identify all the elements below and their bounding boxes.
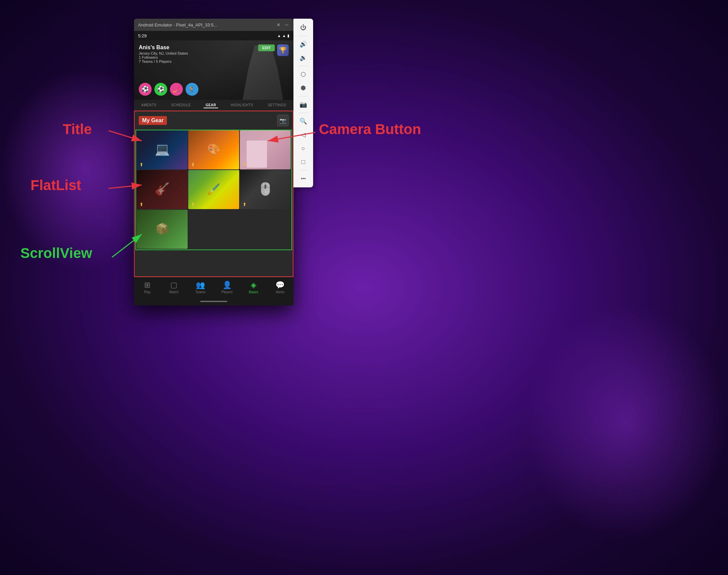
toolbar-separator-4	[298, 113, 308, 113]
toolbar-separator-3	[298, 96, 308, 96]
zoom-button[interactable]: 🔍	[297, 115, 309, 127]
home-button[interactable]: ○	[297, 142, 309, 154]
gear-item-5[interactable]: ⬆	[188, 170, 239, 209]
tab-bar: AMENTS SCHEDULE GEAR HIGHLIGHTS SETTINGS	[134, 100, 293, 111]
rotate-alt-button[interactable]: ⬢	[297, 82, 309, 94]
play-icon: ⊞	[144, 281, 150, 290]
window-controls: ✕ ─	[276, 22, 289, 27]
volume-up-button[interactable]: 🔊	[297, 38, 309, 50]
profile-location: Jersey City, NJ, United States	[139, 51, 188, 55]
side-toolbar: ⏻ 🔊 🔉 ⬡ ⬢ 📷 🔍 ◁ ○ □ •••	[293, 19, 313, 187]
watch-icon: ▢	[170, 281, 177, 290]
nav-watch-label: Watch	[169, 290, 179, 294]
gear-item-7[interactable]	[137, 210, 188, 249]
share-button-2[interactable]: ⬆	[191, 162, 195, 167]
gear-item-3[interactable]: ⬆	[240, 130, 291, 169]
toolbar-separator-2	[298, 66, 308, 66]
window-title: Android Emulator - Pixel_4a_API_33:5...	[138, 22, 217, 27]
gear-image-3	[240, 130, 291, 169]
home-bar	[200, 301, 227, 302]
status-time: 5:29	[138, 33, 147, 38]
gear-content: My Gear 📷 ⬆ ⬆ ⬆	[134, 111, 293, 277]
svg-text:Camera Button: Camera Button	[319, 121, 421, 137]
tab-schedule[interactable]: SCHEDULE	[169, 103, 193, 108]
close-button[interactable]: ✕	[276, 22, 281, 27]
annotations-layer: Title Camera Button FlatList ScrollView	[0, 0, 728, 575]
gear-header: My Gear 📷	[135, 111, 293, 130]
tab-highlights[interactable]: HIGHLIGHTS	[229, 103, 255, 108]
back-button[interactable]: ◁	[297, 129, 309, 141]
power-button[interactable]: ⏻	[297, 21, 309, 34]
volume-down-button[interactable]: 🔉	[297, 52, 309, 64]
nav-bases-label: Bases	[249, 290, 258, 294]
gear-image-2	[188, 130, 239, 169]
profile-header: Anis's Base Jersey City, NJ, United Stat…	[134, 40, 293, 100]
profile-teams: 7 Teams / 5 Players	[139, 59, 188, 63]
nav-watch[interactable]: ▢ Watch	[160, 281, 187, 294]
svg-text:FlatList: FlatList	[31, 177, 81, 193]
svg-text:Title: Title	[63, 121, 92, 137]
toolbar-separator-5	[298, 170, 308, 170]
battery-icon: ▮	[287, 34, 289, 38]
svg-text:ScrollView: ScrollView	[20, 245, 92, 261]
nav-teams-label: Teams	[195, 290, 205, 294]
gear-item-6[interactable]: ⬆	[240, 170, 291, 209]
nav-play[interactable]: ⊞ Play	[134, 281, 160, 294]
gear-item-empty-1	[188, 210, 239, 249]
nav-teams[interactable]: 👥 Teams	[187, 281, 214, 294]
nav-players-label: Players	[221, 290, 232, 294]
gear-image-grid: ⬆ ⬆ ⬆ ⬆ ⬆	[135, 130, 292, 250]
players-icon: 👤	[223, 281, 232, 290]
gear-item-4[interactable]: ⬆	[137, 170, 188, 209]
sport-icon-1[interactable]: ⚽	[139, 83, 152, 96]
emulator-window: Android Emulator - Pixel_4a_API_33:5... …	[134, 19, 293, 305]
sport-icon-3[interactable]: 🏒	[170, 83, 183, 96]
home-indicator	[134, 296, 293, 305]
camera-button[interactable]: 📷	[277, 115, 289, 126]
tab-settings[interactable]: SETTINGS	[266, 103, 288, 108]
alerts-icon: 💬	[275, 281, 285, 290]
tab-aments[interactable]: AMENTS	[139, 103, 159, 108]
status-bar: 5:29 ▲ ▲ ▮	[134, 31, 293, 40]
gear-item-1[interactable]: ⬆	[137, 130, 188, 169]
share-button-1[interactable]: ⬆	[139, 162, 143, 167]
status-icons: ▲ ▲ ▮	[277, 34, 289, 38]
profile-followers: 1 Followers	[139, 55, 188, 59]
gear-image-6	[240, 170, 291, 209]
share-button-3[interactable]: ⬆	[243, 162, 247, 167]
share-button-6[interactable]: ⬆	[243, 202, 247, 207]
nav-alerts[interactable]: 💬 Alerts	[267, 281, 293, 294]
gear-image-1	[137, 130, 188, 169]
share-button-5[interactable]: ⬆	[191, 202, 195, 207]
tab-gear[interactable]: GEAR	[204, 103, 218, 108]
gear-title: My Gear	[139, 116, 167, 125]
nav-play-label: Play	[144, 290, 150, 294]
profile-name: Anis's Base	[139, 44, 188, 51]
sport-icon-4[interactable]: 🏌️	[186, 83, 198, 96]
gear-item-2[interactable]: ⬆	[188, 130, 239, 169]
wifi-icon: ▲	[277, 34, 281, 38]
gear-image-4	[137, 170, 188, 209]
more-button[interactable]: •••	[297, 172, 309, 185]
nav-players[interactable]: 👤 Players	[214, 281, 240, 294]
gear-image-5	[188, 170, 239, 209]
minimize-button[interactable]: ─	[284, 22, 289, 27]
rotate-button[interactable]: ⬡	[297, 68, 309, 80]
gear-image-7	[137, 210, 188, 249]
profile-badge: 🏆	[277, 44, 289, 56]
nav-bases[interactable]: ◈ Bases	[240, 281, 267, 294]
edit-button[interactable]: EDIT	[258, 44, 275, 51]
recents-button[interactable]: □	[297, 156, 309, 168]
profile-sport-icons: ⚽ ⚽ 🏒 🏌️	[139, 83, 198, 96]
nav-alerts-label: Alerts	[276, 290, 285, 294]
sport-icon-2[interactable]: ⚽	[154, 83, 167, 96]
screenshot-button[interactable]: 📷	[297, 98, 309, 111]
share-button-4[interactable]: ⬆	[139, 202, 143, 207]
toolbar-separator-1	[298, 36, 308, 36]
phone-frame: 5:29 ▲ ▲ ▮ Anis's Base Jersey City, NJ, …	[134, 31, 293, 305]
gear-item-empty-2	[240, 210, 291, 249]
title-bar: Android Emulator - Pixel_4a_API_33:5... …	[134, 19, 293, 31]
bottom-nav: ⊞ Play ▢ Watch 👥 Teams 👤 Players ◈ Bases…	[134, 277, 293, 296]
teams-icon: 👥	[196, 281, 205, 290]
bases-icon: ◈	[251, 281, 256, 290]
